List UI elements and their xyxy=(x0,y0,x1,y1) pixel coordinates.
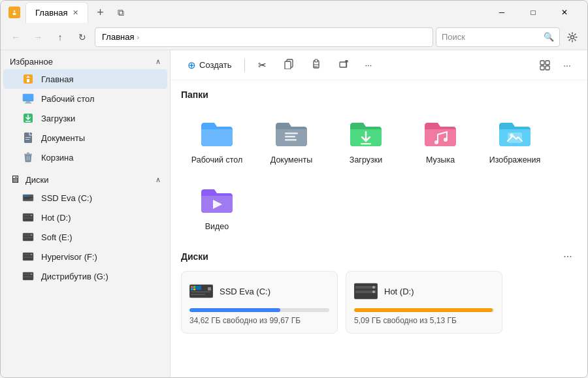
trash-sidebar-icon xyxy=(22,151,35,164)
sidebar-item-ssd-eva[interactable]: SSD Eva (C:) xyxy=(3,188,167,208)
hot-d-icon xyxy=(22,211,35,224)
svg-rect-40 xyxy=(340,62,346,67)
disks-section-title: Диски xyxy=(181,251,208,262)
paste-icon xyxy=(311,59,321,71)
refresh-button[interactable]: ↻ xyxy=(73,27,92,47)
svg-rect-17 xyxy=(24,195,28,197)
disk-card-hot-d[interactable]: Hot (D:) 5,09 ГБ свободно из 5,13 ГБ xyxy=(346,271,502,334)
folder-item-downloads[interactable]: Загрузки xyxy=(330,108,402,172)
svg-rect-45 xyxy=(285,133,298,134)
ssd-eva-card-icon xyxy=(189,279,213,303)
folder-downloads-label: Загрузки xyxy=(350,155,382,165)
active-tab[interactable]: Главная ✕ xyxy=(25,2,88,23)
svg-rect-1 xyxy=(13,13,16,15)
rename-button[interactable] xyxy=(332,55,355,74)
folder-desktop-label: Рабочий стол xyxy=(191,155,242,165)
close-button[interactable]: ✕ xyxy=(549,2,580,23)
sidebar-item-downloads[interactable]: Загрузки xyxy=(3,108,167,128)
disks-more-button[interactable]: ··· xyxy=(559,249,577,264)
svg-rect-10 xyxy=(25,121,31,122)
svg-rect-30 xyxy=(24,257,33,258)
maximize-button[interactable]: □ xyxy=(518,2,548,23)
cut-button[interactable]: ✂ xyxy=(252,56,273,74)
svg-rect-46 xyxy=(285,136,295,138)
folders-grid: Рабочий стол Документы xyxy=(171,105,587,249)
disk-ssd-eva-bar xyxy=(189,308,280,312)
sidebar-item-documents[interactable]: Документы xyxy=(3,128,167,148)
app-icon xyxy=(8,7,20,18)
search-bar[interactable]: Поиск 🔍 xyxy=(436,27,560,47)
svg-rect-43 xyxy=(540,66,544,70)
disk-hot-d-bar-container xyxy=(354,308,494,312)
sidebar: Избранное ∧ Главная xyxy=(1,50,171,377)
create-label: Создать xyxy=(199,60,231,70)
settings-button[interactable] xyxy=(563,27,582,47)
toolbar-separator-1 xyxy=(244,59,245,72)
folder-video-label: Видео xyxy=(205,222,229,231)
svg-point-35 xyxy=(31,274,32,275)
sidebar-hot-d-label: Hot (D:) xyxy=(41,213,71,223)
folder-item-video[interactable]: Видео xyxy=(181,174,253,238)
address-bar[interactable]: Главная › xyxy=(95,27,433,47)
copy-button[interactable] xyxy=(277,55,301,74)
sidebar-hypervisor-f-label: Hypervisor (F:) xyxy=(41,252,97,262)
disk-hot-d-space: 5,09 ГБ свободно из 5,13 ГБ xyxy=(354,316,494,325)
folder-item-documents[interactable]: Документы xyxy=(255,108,327,172)
sidebar-item-home[interactable]: Главная xyxy=(3,69,167,89)
content-area: ⊕ Создать ✂ xyxy=(171,50,587,377)
sidebar-item-soft-e[interactable]: Soft (E:) xyxy=(3,227,167,247)
forward-button[interactable]: → xyxy=(28,27,48,47)
disks-chevron: ∧ xyxy=(155,176,161,184)
up-button[interactable]: ↑ xyxy=(50,27,70,47)
disk-ssd-eva-name: SSD Eva (C:) xyxy=(220,287,329,296)
folder-desktop-icon xyxy=(200,116,234,150)
svg-rect-34 xyxy=(24,276,33,277)
folder-pictures-icon xyxy=(498,116,532,150)
sidebar-item-trash[interactable]: Корзина xyxy=(3,148,167,167)
folder-item-desktop[interactable]: Рабочий стол xyxy=(181,108,253,172)
downloads-sidebar-icon xyxy=(22,112,35,125)
sidebar-item-distributor-g[interactable]: Дистрибутив (G:) xyxy=(3,266,167,286)
folder-item-pictures[interactable]: Изображения xyxy=(479,108,551,172)
disks-section-header[interactable]: 🖥 Диски ∧ xyxy=(1,170,170,188)
sidebar-item-hypervisor-f[interactable]: Hypervisor (F:) xyxy=(3,247,167,266)
toolbar-overflow-button[interactable]: ··· xyxy=(557,56,577,74)
disks-section-header: Диски ··· xyxy=(181,249,577,264)
sidebar-item-hot-d[interactable]: Hot (D:) xyxy=(3,208,167,227)
tab-close-button[interactable]: ✕ xyxy=(73,8,78,17)
folder-item-music[interactable]: Музыка xyxy=(404,108,476,172)
minimize-button[interactable]: ─ xyxy=(487,2,517,23)
address-chevron: › xyxy=(137,33,139,41)
svg-rect-4 xyxy=(27,79,29,82)
favorites-label: Избранное xyxy=(10,57,53,67)
home-icon xyxy=(22,72,35,86)
sidebar-ssd-eva-label: SSD Eva (C:) xyxy=(41,193,92,203)
svg-rect-41 xyxy=(540,61,544,65)
monitor-icon: 🖥 xyxy=(10,174,20,185)
nav-bar: ← → ↑ ↻ Главная › Поиск 🔍 xyxy=(1,24,587,50)
view-icon xyxy=(540,60,550,71)
back-button[interactable]: ← xyxy=(6,27,25,47)
paste-button[interactable] xyxy=(304,55,328,74)
svg-rect-6 xyxy=(23,94,33,100)
disks-sidebar-label: Диски xyxy=(25,175,49,185)
sidebar-documents-label: Документы xyxy=(41,133,85,143)
new-tab-button[interactable]: + xyxy=(91,3,109,22)
view-options-button[interactable] xyxy=(535,56,555,74)
disks-grid: SSD Eva (C:) 34,62 ГБ свободно из 99,67 … xyxy=(181,271,577,334)
sidebar-item-desktop[interactable]: Рабочий стол xyxy=(3,89,167,108)
folders-section-title: Папки xyxy=(171,80,587,105)
svg-rect-15 xyxy=(27,153,29,154)
restore-tab-button[interactable]: ⧉ xyxy=(112,3,130,22)
svg-point-49 xyxy=(434,140,438,144)
documents-sidebar-icon xyxy=(22,131,35,144)
more-actions-button[interactable]: ··· xyxy=(359,57,377,73)
create-button[interactable]: ⊕ Создать xyxy=(181,56,238,74)
more-actions-icon: ··· xyxy=(365,60,372,70)
folder-music-label: Музыка xyxy=(426,155,455,165)
svg-rect-18 xyxy=(24,197,33,198)
favorites-section-header[interactable]: Избранное ∧ xyxy=(1,53,170,69)
disk-card-ssd-eva[interactable]: SSD Eva (C:) 34,62 ГБ свободно из 99,67 … xyxy=(181,271,338,334)
sidebar-soft-e-label: Soft (E:) xyxy=(41,232,73,242)
sidebar-trash-label: Корзина xyxy=(41,153,74,163)
